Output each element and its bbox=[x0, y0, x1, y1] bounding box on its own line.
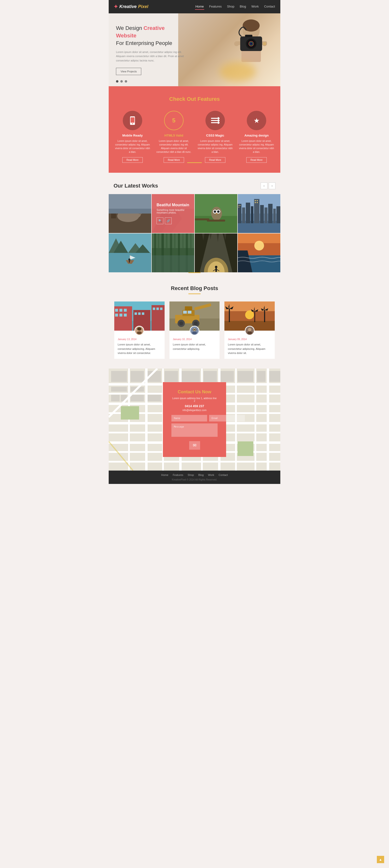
hero-image bbox=[178, 13, 280, 86]
svg-rect-144 bbox=[183, 311, 187, 314]
footer-link-features[interactable]: Features bbox=[173, 473, 183, 476]
work-item-4[interactable] bbox=[238, 194, 280, 233]
svg-rect-80 bbox=[129, 260, 130, 262]
logo-pixel: Pixel bbox=[138, 4, 148, 9]
work-item-1[interactable] bbox=[109, 194, 151, 233]
blog-title-bold: Blog Posts bbox=[190, 285, 218, 291]
works-title: Our Latest Works bbox=[114, 183, 158, 189]
blog-post-1: January 13, 2014 Lorem ipsum dolor sit a… bbox=[114, 302, 164, 359]
footer-link-shop[interactable]: Shop bbox=[188, 473, 194, 476]
nav-shop[interactable]: Shop bbox=[227, 4, 235, 10]
svg-rect-119 bbox=[119, 309, 122, 312]
blog-title-plain: Recent bbox=[171, 285, 190, 291]
svg-rect-204 bbox=[111, 387, 127, 392]
work-overlay-title: Beatiful Mountain bbox=[156, 203, 189, 207]
svg-rect-54 bbox=[246, 203, 250, 223]
svg-rect-212 bbox=[121, 406, 139, 420]
svg-rect-206 bbox=[111, 395, 120, 401]
dot-1[interactable] bbox=[116, 80, 118, 83]
avatar-svg-1 bbox=[135, 327, 144, 335]
svg-rect-122 bbox=[119, 314, 122, 316]
contact-send-button[interactable]: ✉ bbox=[189, 441, 200, 450]
feature-html5-desc: Lorem ipsum dolor sit amet, consectetur … bbox=[156, 139, 192, 154]
works-title-bold: Works bbox=[142, 183, 158, 189]
footer-link-blog[interactable]: Blog bbox=[199, 473, 204, 476]
svg-rect-128 bbox=[156, 308, 159, 310]
work-link-icon[interactable]: 🔗 bbox=[165, 217, 172, 224]
svg-rect-60 bbox=[273, 209, 276, 223]
blog-post-3: January 09, 2014 Lorem ipsum dolor sit a… bbox=[225, 302, 275, 359]
works-prev-button[interactable]: ‹ bbox=[261, 182, 267, 189]
works-grid: Beatiful Mountain Something more beautif… bbox=[109, 194, 280, 272]
work-item-2[interactable]: Beatiful Mountain Something more beautif… bbox=[152, 194, 194, 233]
feature-css3-readmore[interactable]: Read More bbox=[205, 157, 225, 163]
blog-avatar-1 bbox=[134, 326, 144, 336]
footer-link-contact[interactable]: Contact bbox=[218, 473, 228, 476]
works-header: Our Latest Works ‹ › bbox=[109, 182, 280, 194]
svg-rect-201 bbox=[238, 371, 253, 382]
dot-3[interactable] bbox=[125, 80, 127, 83]
feature-mobile-readmore[interactable]: Read More bbox=[122, 157, 143, 163]
mobile-icon bbox=[129, 116, 136, 125]
footer-link-work[interactable]: Work bbox=[208, 473, 214, 476]
blog-post-3-text: Lorem ipsum dolor sit amet, consectetur … bbox=[228, 343, 271, 355]
contact-name-input[interactable] bbox=[171, 415, 207, 422]
blog-post-1-date: January 13, 2014 bbox=[118, 338, 161, 341]
svg-rect-57 bbox=[260, 205, 264, 223]
nav-work[interactable]: Work bbox=[251, 4, 259, 10]
blog-title-wrapper: Recent Blog Posts bbox=[114, 285, 275, 291]
nav-contact[interactable]: Contact bbox=[264, 4, 275, 10]
svg-rect-199 bbox=[204, 371, 217, 382]
hero-body: Lorem ipsum dolor sit amet, consectetur … bbox=[116, 50, 184, 63]
work-item-3[interactable] bbox=[195, 194, 237, 233]
svg-point-79 bbox=[128, 258, 130, 260]
work-item-7[interactable] bbox=[195, 234, 237, 272]
contact-email-input[interactable] bbox=[209, 415, 245, 422]
work-item-5[interactable] bbox=[109, 234, 151, 272]
footer: Home Features Shop Blog Work Contact Kre… bbox=[109, 471, 280, 484]
svg-rect-161 bbox=[255, 311, 255, 322]
work-search-icon[interactable]: 🔍 bbox=[156, 217, 163, 224]
nav-home[interactable]: Home bbox=[195, 4, 205, 10]
feature-css3: CSS3 Magic Lorem ipsum dolor sit amet, c… bbox=[197, 111, 233, 163]
svg-rect-33 bbox=[109, 209, 151, 214]
feature-html5-readmore[interactable]: Read More bbox=[163, 157, 184, 163]
work-photo-6 bbox=[152, 234, 194, 272]
blog-post-3-date: January 09, 2014 bbox=[228, 338, 271, 341]
svg-rect-198 bbox=[182, 371, 200, 382]
svg-rect-121 bbox=[115, 314, 118, 316]
feature-css3-title: CSS3 Magic bbox=[197, 134, 233, 137]
logo[interactable]: ✦ KreativePixel bbox=[114, 4, 148, 10]
svg-rect-12 bbox=[245, 35, 252, 37]
work-photo-8 bbox=[238, 234, 280, 272]
svg-rect-202 bbox=[257, 371, 266, 382]
avatar-svg-3 bbox=[245, 327, 254, 335]
svg-rect-48 bbox=[195, 218, 209, 220]
svg-point-14 bbox=[262, 41, 267, 46]
nav-blog[interactable]: Blog bbox=[239, 4, 246, 10]
works-section: Our Latest Works ‹ › bbox=[109, 173, 280, 273]
feature-mobile-title: Mobile Ready bbox=[114, 134, 151, 137]
footer-link-home[interactable]: Home bbox=[161, 473, 168, 476]
work-item-8[interactable] bbox=[238, 234, 280, 272]
svg-rect-17 bbox=[130, 117, 134, 123]
works-navigation: ‹ › bbox=[261, 182, 275, 189]
feature-design-readmore[interactable]: Read More bbox=[246, 157, 266, 163]
work-item-6[interactable] bbox=[152, 234, 194, 272]
contact-title: Contact Us Now bbox=[171, 390, 218, 395]
svg-rect-203 bbox=[269, 371, 280, 382]
svg-rect-53 bbox=[242, 208, 245, 223]
svg-rect-208 bbox=[130, 395, 144, 401]
svg-point-18 bbox=[132, 123, 133, 124]
contact-message-input[interactable] bbox=[171, 424, 218, 437]
svg-rect-65 bbox=[255, 200, 256, 201]
svg-rect-127 bbox=[153, 308, 155, 310]
blog-title: Recent Blog Posts bbox=[114, 285, 275, 291]
works-next-button[interactable]: › bbox=[269, 182, 275, 189]
view-projects-button[interactable]: View Projects bbox=[116, 68, 141, 75]
features-grid: Mobile Ready Lorem ipsum dolor sit amet,… bbox=[114, 111, 275, 163]
dot-2[interactable] bbox=[120, 80, 123, 83]
nav-features[interactable]: Features bbox=[209, 4, 222, 10]
svg-rect-197 bbox=[164, 371, 178, 382]
svg-rect-165 bbox=[264, 310, 265, 322]
